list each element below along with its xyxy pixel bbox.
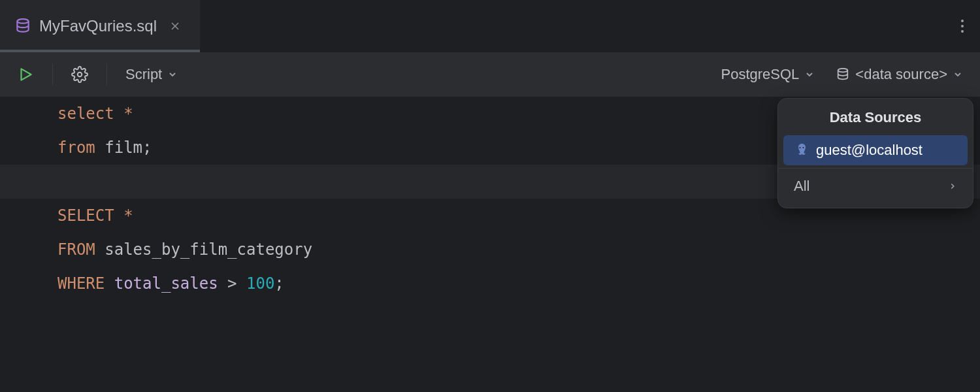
- chevron-down-icon: [804, 69, 815, 80]
- svg-point-3: [961, 20, 964, 22]
- datasource-item-guest-localhost[interactable]: guest@localhost: [783, 135, 968, 165]
- code-line: FROM sales_by_film_category: [0, 233, 980, 267]
- datasource-item-all[interactable]: All: [783, 171, 968, 201]
- tab-underline: [0, 50, 200, 52]
- dialect-label: PostgreSQL: [721, 66, 799, 83]
- close-tab-icon[interactable]: [165, 18, 186, 34]
- postgresql-icon: [794, 142, 809, 158]
- resolve-mode-label: Script: [125, 66, 162, 83]
- console-toolbar: Script PostgreSQL <data source>: [0, 52, 980, 97]
- svg-point-0: [17, 19, 28, 24]
- more-options-icon[interactable]: [954, 12, 971, 40]
- run-button[interactable]: [12, 62, 39, 87]
- datasource-dropdown[interactable]: <data source>: [830, 62, 968, 87]
- file-tab[interactable]: MyFavQuries.sql: [0, 0, 200, 52]
- svg-point-9: [800, 147, 801, 148]
- svg-point-7: [78, 73, 82, 77]
- resolve-mode-dropdown[interactable]: Script: [120, 62, 183, 87]
- svg-point-4: [961, 25, 964, 27]
- code-line: WHERE total_sales > 100;: [0, 267, 980, 301]
- svg-point-8: [838, 69, 848, 73]
- svg-point-10: [803, 147, 804, 148]
- datasource-item-label: guest@localhost: [816, 142, 923, 159]
- chevron-down-icon: [953, 69, 963, 80]
- popup-separator: [778, 168, 973, 169]
- svg-point-5: [961, 30, 964, 33]
- settings-button[interactable]: [66, 62, 93, 87]
- datasource-popup: Data Sources guest@localhost All: [777, 98, 973, 208]
- svg-marker-6: [22, 69, 31, 80]
- tab-bar: MyFavQuries.sql: [0, 0, 980, 52]
- file-name: MyFavQuries.sql: [39, 17, 157, 35]
- chevron-right-icon: [948, 182, 957, 191]
- separator: [106, 63, 107, 86]
- database-icon: [836, 67, 850, 82]
- datasource-label: <data source>: [855, 66, 947, 83]
- popup-title: Data Sources: [778, 99, 973, 133]
- datasource-all-label: All: [794, 178, 809, 195]
- separator: [52, 63, 53, 86]
- dialect-dropdown[interactable]: PostgreSQL: [715, 62, 820, 87]
- chevron-down-icon: [167, 69, 178, 80]
- sql-file-icon: [14, 18, 31, 35]
